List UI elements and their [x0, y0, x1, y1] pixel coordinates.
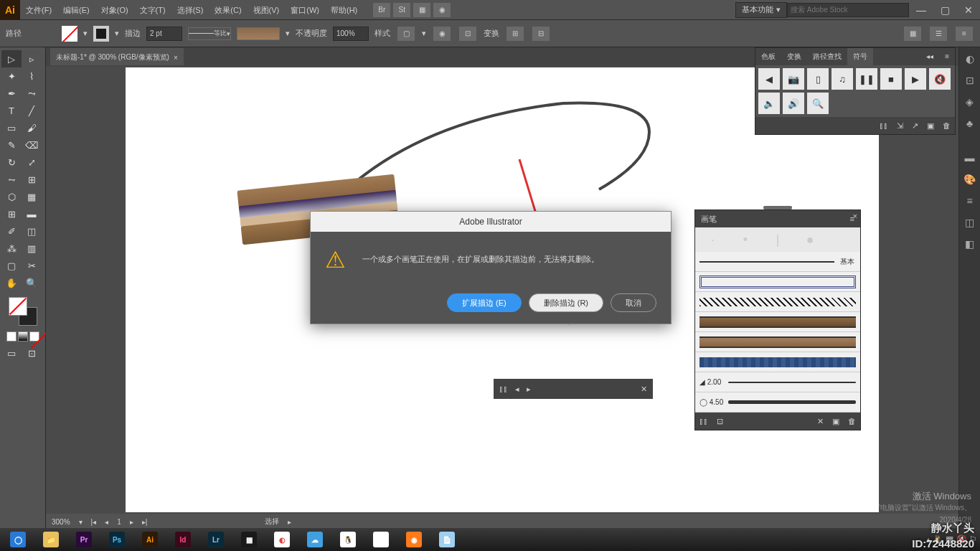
menu-select[interactable]: 选择(S) — [171, 0, 209, 20]
brush-remove-icon[interactable]: ✕ — [817, 417, 824, 426]
brush-blue[interactable] — [695, 352, 860, 372]
brush-dot-3[interactable]: | — [763, 230, 792, 249]
gradient-tool[interactable]: ▬ — [22, 205, 42, 222]
symbol-pause[interactable]: ❚❚ — [856, 68, 877, 90]
taskbar-explorer[interactable]: 📁 — [36, 529, 66, 550]
brush-tool[interactable]: 🖌 — [22, 119, 42, 136]
symbol-film[interactable]: ▯ — [807, 68, 829, 90]
expand-stroke-button[interactable]: 扩展描边 (E) — [447, 293, 522, 312]
brush-dot-2[interactable]: • — [730, 230, 760, 249]
symbol-back[interactable]: ◀ — [758, 68, 780, 90]
taskbar-app3[interactable]: ☁ — [300, 529, 330, 550]
preview-icon[interactable]: ◉ — [433, 3, 451, 17]
brush-trash-icon[interactable]: 🗑 — [848, 417, 856, 425]
magic-wand-tool[interactable]: ✦ — [1, 67, 22, 85]
brush-new-icon[interactable]: ▣ — [832, 417, 839, 426]
artboard-tool[interactable]: ▢ — [1, 257, 22, 274]
symbols-icon[interactable]: ♣ — [961, 115, 979, 132]
break-link-icon[interactable]: ⇲ — [897, 121, 903, 131]
line-tool[interactable]: ╱ — [22, 102, 42, 119]
symbol-sprayer[interactable]: ⁂ — [1, 240, 22, 257]
library-menu-icon[interactable]: ⫿⫿ — [880, 121, 888, 130]
rectangle-tool[interactable]: ▭ — [1, 119, 22, 136]
width-tool[interactable]: ⥊ — [1, 171, 22, 188]
hand-tool[interactable]: ✋ — [1, 274, 22, 291]
panel-menu[interactable]: ≡ — [939, 48, 955, 65]
brush-wavy[interactable] — [695, 292, 860, 312]
search-input[interactable] — [787, 3, 909, 17]
taskbar-notepad[interactable]: 📄 — [432, 529, 462, 550]
panel-grip[interactable] — [763, 206, 792, 209]
menu-window[interactable]: 窗口(W) — [285, 0, 325, 20]
taskbar-photoshop[interactable]: Ps — [102, 529, 132, 550]
blend-tool[interactable]: ◫ — [22, 222, 42, 240]
zoom-tool[interactable]: 🔍 — [22, 274, 42, 291]
align-icon[interactable]: ⊡ — [459, 27, 476, 41]
lasso-tool[interactable]: ⌇ — [22, 67, 42, 85]
nav-next[interactable]: ▸ — [130, 518, 133, 526]
bridge-icon[interactable]: Br — [373, 3, 390, 17]
taskbar-app2[interactable]: ◐ — [267, 529, 297, 550]
place-icon[interactable]: ↗ — [912, 121, 918, 131]
brush-options-icon[interactable]: ⊡ — [717, 417, 723, 426]
color-icon[interactable]: ▬ — [961, 149, 979, 166]
delete-icon[interactable]: ✕ — [641, 385, 647, 394]
taskbar-indesign[interactable]: Id — [168, 529, 198, 550]
document-tab[interactable]: 未标题-1* @ 300% (RGB/像素预览) × — [50, 48, 184, 65]
shape-icon[interactable]: ⊞ — [507, 27, 524, 41]
free-transform[interactable]: ⊞ — [22, 171, 42, 188]
curvature-tool[interactable]: ⤳ — [22, 85, 42, 102]
slice-tool[interactable]: ✂ — [22, 257, 42, 274]
mesh-tool[interactable]: ⊞ — [1, 205, 22, 222]
style-swatch[interactable]: ▢ — [397, 27, 415, 41]
taskbar-lightroom[interactable]: Lr — [201, 529, 231, 550]
nav-last[interactable]: ▸| — [142, 518, 148, 526]
menu-effect[interactable]: 效果(C) — [209, 0, 247, 20]
taskbar-browser[interactable]: ◯ — [3, 529, 33, 550]
brush-dot-4[interactable]: ● — [796, 230, 825, 249]
eraser-tool[interactable]: ⌫ — [22, 136, 42, 154]
window-close[interactable]: ✕ — [957, 4, 980, 16]
tab-symbols[interactable]: 符号 — [847, 48, 873, 65]
taskbar-app1[interactable]: ▦ — [234, 529, 264, 550]
brush-450[interactable]: ◯ 4.50 — [695, 392, 860, 413]
isolate-icon[interactable]: ⊟ — [532, 27, 550, 41]
symbol-music[interactable]: ♫ — [831, 68, 853, 90]
tab-transform[interactable]: 变换 — [781, 48, 807, 65]
stroke-weight[interactable] — [146, 27, 182, 41]
stroke-swatch[interactable] — [93, 26, 109, 42]
symbol-vol-low[interactable]: 🔈 — [758, 93, 780, 114]
brush-library-icon[interactable]: ⫿⫿ — [699, 417, 708, 425]
trash-icon[interactable]: 🗑 — [943, 121, 951, 130]
recolor-icon[interactable]: ◉ — [433, 27, 451, 41]
symbol-mute[interactable]: 🔇 — [929, 68, 951, 90]
symbol-camera[interactable]: 📷 — [783, 68, 804, 90]
swatches-icon[interactable]: 🎨 — [961, 171, 979, 188]
panel-collapse[interactable]: ◂◂ — [920, 48, 939, 65]
menu-type[interactable]: 文字(T) — [134, 0, 171, 20]
type-tool[interactable]: T — [1, 102, 22, 119]
fill-swatch[interactable] — [62, 26, 77, 42]
tab-pathfinder[interactable]: 路径查找 — [807, 48, 847, 65]
brush-border[interactable] — [695, 272, 860, 292]
taskbar-qq[interactable]: 🐧 — [333, 529, 363, 550]
pen-tool[interactable]: ✒ — [1, 85, 22, 102]
fill-stroke-indicator[interactable] — [9, 297, 37, 326]
symbol-vol[interactable]: 🔊 — [783, 93, 804, 114]
menu-file[interactable]: 文件(F) — [20, 0, 57, 20]
screen-mode[interactable]: ▭ — [1, 344, 22, 362]
menu-help[interactable]: 帮助(H) — [325, 0, 363, 20]
workspace-dropdown[interactable]: 基本功能 ▾ — [735, 2, 787, 18]
library-icon[interactable]: ⫿⫿ — [499, 385, 508, 393]
shape-builder[interactable]: ⬡ — [1, 188, 22, 205]
arrange-icon[interactable]: ▦ — [413, 3, 430, 17]
brush-dot-1[interactable]: · — [698, 230, 727, 249]
panel-grid-icon[interactable]: ▦ — [904, 27, 921, 41]
symbol-search[interactable]: 🔍 — [807, 93, 829, 114]
nav-first[interactable]: |◂ — [91, 518, 97, 526]
cancel-button[interactable]: 取消 — [611, 293, 656, 312]
eyedropper-tool[interactable]: ✐ — [1, 222, 22, 240]
taskbar-chrome[interactable]: ◉ — [366, 529, 396, 550]
transparency-icon[interactable]: ◧ — [961, 235, 979, 253]
taskbar-premiere[interactable]: Pr — [69, 529, 99, 550]
